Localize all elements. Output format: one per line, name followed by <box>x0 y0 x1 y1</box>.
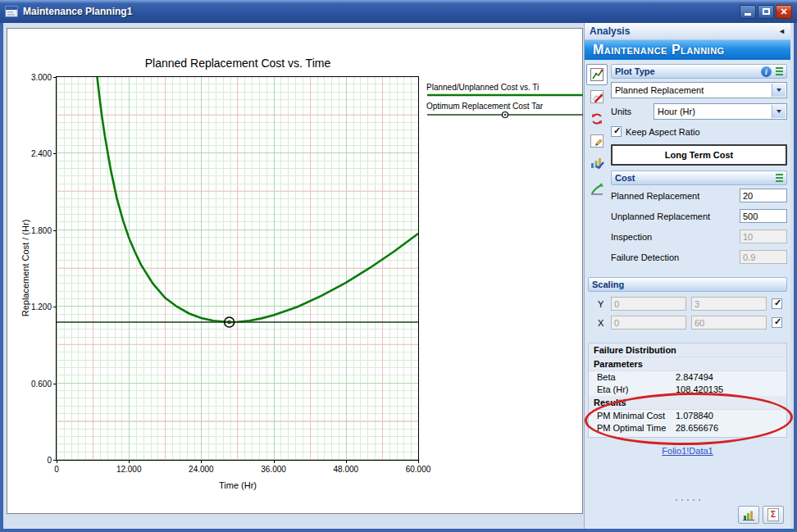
cost-section-header: Cost <box>611 171 787 185</box>
cost-section-title: Cost <box>615 173 635 183</box>
data-source-row: Folio1!Data1 <box>585 443 790 457</box>
app-window: Maintenance Planning1 ✕ Planned Replacem… <box>0 0 797 532</box>
panel-bottom-toolbar: Σ <box>585 503 790 529</box>
scaling-section-title: Scaling <box>592 280 624 289</box>
long-term-plot-icon <box>590 181 604 196</box>
y-tick-label: 3.000 <box>12 73 52 82</box>
keep-aspect-row: Keep Aspect Ratio <box>611 126 787 137</box>
chart-title: Planned Replacement Cost vs. Time <box>145 57 330 70</box>
plot-type-button[interactable] <box>586 64 608 85</box>
maximize-icon <box>763 8 770 15</box>
long-term-cost-button[interactable]: Long Term Cost <box>611 144 787 166</box>
3d-plot-icon <box>742 509 755 521</box>
dropdown-arrow-icon <box>772 84 786 97</box>
plot-type-section-title: Plot Type <box>615 66 655 76</box>
cost-row-label: Failure Detection <box>611 252 740 262</box>
legend-marker-dot <box>504 114 507 116</box>
units-dropdown-value: Hour (Hr) <box>658 107 695 116</box>
x-min-input <box>611 316 686 330</box>
y-axis-scaling-label: Y <box>598 299 606 309</box>
annotate-plot-icon <box>590 89 604 104</box>
plot-tool-strip <box>585 64 609 267</box>
x-tick-label: 0 <box>54 465 59 474</box>
failure-detection-input <box>740 250 787 264</box>
beta-value: 2.847494 <box>676 371 713 384</box>
scaling-row-y: Y <box>588 297 787 311</box>
info-icon[interactable]: i <box>761 66 772 77</box>
inspection-input <box>740 230 787 243</box>
minimize-icon <box>745 13 751 16</box>
scaling-section-header: Scaling <box>588 277 787 292</box>
unplanned-replacement-input[interactable] <box>740 209 787 223</box>
collapse-panel-button[interactable]: ◄ <box>778 27 786 35</box>
minimize-button[interactable] <box>740 5 756 19</box>
x-autoscale-checkbox[interactable] <box>772 317 782 328</box>
failure-distribution-header: Failure Distribution <box>589 343 786 357</box>
x-tick-label: 24.000 <box>189 465 214 474</box>
refresh-plot-button[interactable] <box>586 108 608 130</box>
plot-wizard-button[interactable] <box>586 152 608 174</box>
y-tick-label: 1.200 <box>12 302 52 311</box>
analysis-panel: Analysis ◄ Maintenance Planning <box>584 23 790 529</box>
legend-item-optimum: Optimum Replacement Cost Tar <box>426 102 585 119</box>
plot-wizard-icon <box>590 156 604 171</box>
edit-plot-icon <box>590 134 604 148</box>
window-title: Maintenance Planning1 <box>23 6 740 17</box>
result-row-pm-minimal-cost: PM Minimal Cost 1.078840 <box>589 410 786 422</box>
y-max-input <box>691 297 767 311</box>
legend-label-planned: Planned/Unplanned Cost vs. Ti <box>426 83 585 92</box>
optimum-marker-dot <box>227 321 231 325</box>
y-tick-label: 0 <box>12 456 52 465</box>
x-tick-label: 36.000 <box>261 465 286 474</box>
y-tick-label: 1.800 <box>12 225 52 234</box>
cost-row-label: Planned Replacement <box>611 191 740 201</box>
planned-replacement-input[interactable] <box>740 189 787 202</box>
3d-plot-button[interactable] <box>738 506 759 524</box>
cost-row-label: Inspection <box>611 232 740 242</box>
legend-label-optimum: Optimum Replacement Cost Tar <box>426 102 585 111</box>
data-source-link[interactable]: Folio1!Data1 <box>662 446 713 456</box>
units-dropdown[interactable]: Hour (Hr) <box>654 103 787 120</box>
parameters-header: Parameters <box>589 357 786 371</box>
pm-optimal-time-label: PM Optimal Time <box>589 422 676 434</box>
cost-row-planned: Planned Replacement <box>611 185 787 206</box>
dropdown-arrow-icon <box>772 105 786 118</box>
y-tick-label: 2.400 <box>12 149 52 158</box>
maintenance-planning-banner: Maintenance Planning <box>585 40 790 60</box>
long-term-plot-button[interactable] <box>586 178 608 199</box>
panel-resize-grip[interactable] <box>585 497 790 503</box>
report-button[interactable]: Σ <box>763 506 784 524</box>
section-menu-icon[interactable] <box>776 174 783 182</box>
window-client-area: Planned Replacement Cost vs. Time Replac… <box>3 23 794 529</box>
x-tick-label: 60.000 <box>406 465 431 474</box>
plot-type-section-header: Plot Type i <box>611 64 787 79</box>
maximize-button[interactable] <box>758 5 774 19</box>
report-icon: Σ <box>767 508 779 521</box>
plot-area[interactable] <box>56 76 419 461</box>
units-row: Units Hour (Hr) <box>611 103 787 120</box>
chart-sheet: Planned Replacement Cost vs. Time Replac… <box>7 28 583 514</box>
plot-type-dropdown[interactable]: Planned Replacement <box>611 82 787 98</box>
eta-value: 108.420135 <box>676 384 723 396</box>
pm-optimal-time-value: 28.656676 <box>676 422 718 434</box>
eta-label: Eta (Hr) <box>589 384 676 396</box>
analysis-header: Analysis ◄ <box>585 23 790 40</box>
scaling-row-x: X <box>588 316 787 330</box>
beta-label: Beta <box>589 371 676 384</box>
plot-type-icon <box>590 67 604 82</box>
y-tick-label: 0.600 <box>12 379 52 388</box>
pm-minimal-cost-value: 1.078840 <box>676 410 713 422</box>
section-menu-icon[interactable] <box>776 67 783 75</box>
scaling-section: Scaling Y X <box>588 277 787 330</box>
annotate-plot-button[interactable] <box>586 86 608 107</box>
parameter-row-beta: Beta 2.847494 <box>589 371 786 384</box>
y-autoscale-checkbox[interactable] <box>772 298 782 309</box>
results-header: Results <box>589 396 786 410</box>
edit-plot-button[interactable] <box>586 130 608 152</box>
keep-aspect-checkbox[interactable] <box>611 126 622 137</box>
close-button[interactable]: ✕ <box>776 5 792 19</box>
y-axis-label: Replacement Cost / (Hr) <box>20 220 30 317</box>
x-axis-label: Time (Hr) <box>219 480 257 490</box>
legend-item-planned: Planned/Unplanned Cost vs. Ti <box>426 83 585 98</box>
plot-type-dropdown-value: Planned Replacement <box>615 85 704 95</box>
